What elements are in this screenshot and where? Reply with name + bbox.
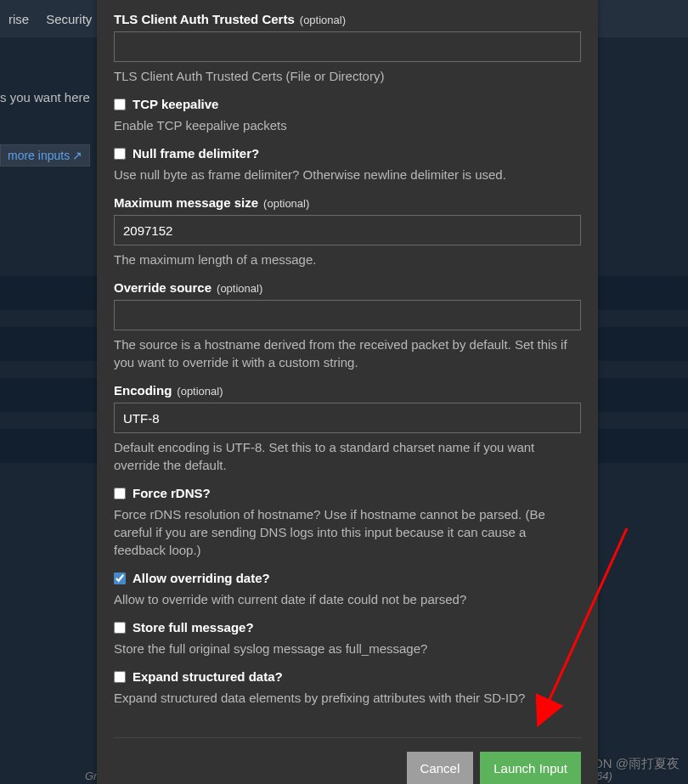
more-inputs-link[interactable]: more inputs↗ [0, 144, 90, 166]
launch-input-button[interactable]: Launch Input [480, 752, 581, 784]
expand-sd-help: Expand structured data elements by prefi… [114, 689, 581, 707]
store-full-help: Store the full original syslog message a… [114, 640, 581, 657]
max-msg-input[interactable] [114, 215, 581, 245]
tls-certs-label: TLS Client Auth Trusted Certs [114, 12, 295, 26]
field-encoding: Encoding (optional) Default encoding is … [114, 383, 581, 474]
null-frame-checkbox[interactable] [114, 148, 126, 160]
optional-tag: (optional) [263, 197, 309, 210]
override-source-help: The source is a hostname derived from th… [114, 336, 581, 371]
optional-tag: (optional) [217, 282, 262, 295]
optional-tag: (optional) [177, 385, 223, 398]
field-max-msg: Maximum message size (optional) The maxi… [114, 195, 581, 268]
store-full-label: Store full message? [133, 620, 254, 635]
tls-certs-help: TLS Client Auth Trusted Certs (File or D… [114, 67, 581, 85]
optional-tag: (optional) [300, 14, 346, 26]
encoding-input[interactable] [114, 403, 581, 433]
nav-item-rise[interactable]: rise [8, 12, 29, 26]
modal-footer: Cancel Launch Input [114, 737, 581, 784]
launch-input-modal: TLS Client Auth Trusted Certs (optional)… [97, 0, 598, 784]
tcp-keepalive-label: TCP keepalive [133, 97, 218, 111]
bg-text-fragment: s you want here [0, 90, 90, 104]
null-frame-help: Use null byte as frame delimiter? Otherw… [114, 166, 581, 183]
cancel-button[interactable]: Cancel [407, 752, 474, 784]
tcp-keepalive-checkbox[interactable] [114, 99, 126, 110]
nav-item-security[interactable]: Security [46, 12, 92, 26]
field-tls-certs: TLS Client Auth Trusted Certs (optional)… [114, 12, 581, 85]
force-rdns-help: Force rDNS resolution of hostname? Use i… [114, 505, 581, 559]
more-inputs-label: more inputs [8, 149, 70, 162]
tcp-keepalive-help: Enable TCP keepalive packets [114, 116, 581, 134]
null-frame-label: Null frame delimiter? [133, 146, 259, 161]
force-rdns-label: Force rDNS? [133, 486, 211, 500]
expand-sd-label: Expand structured data? [133, 669, 283, 684]
override-source-label: Override source [114, 280, 211, 295]
expand-sd-checkbox[interactable] [114, 671, 126, 683]
allow-date-help: Allow to override with current date if d… [114, 590, 581, 608]
max-msg-help: The maximum length of a message. [114, 251, 581, 268]
encoding-help: Default encoding is UTF-8. Set this to a… [114, 438, 581, 474]
store-full-checkbox[interactable] [114, 622, 126, 634]
max-msg-label: Maximum message size [114, 195, 258, 210]
override-source-input[interactable] [114, 300, 581, 330]
allow-date-checkbox[interactable] [114, 572, 126, 584]
field-override-source: Override source (optional) The source is… [114, 280, 581, 371]
encoding-label: Encoding [114, 383, 172, 398]
force-rdns-checkbox[interactable] [114, 488, 126, 499]
tls-certs-input[interactable] [114, 31, 581, 62]
external-link-icon: ↗ [72, 149, 82, 162]
allow-date-label: Allow overriding date? [133, 571, 270, 585]
